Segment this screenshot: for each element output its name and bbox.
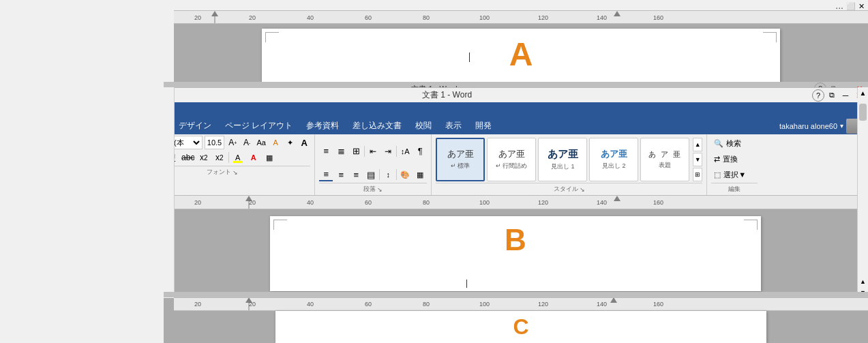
style-standard[interactable]: あア亜 ↵ 標準	[436, 138, 485, 181]
sort-btn[interactable]: ↕A	[398, 145, 412, 158]
sep4	[379, 169, 380, 180]
scrollbar-thumb-b[interactable]	[859, 104, 867, 121]
replace-label: 置換	[723, 154, 738, 164]
letter-c: C	[513, 314, 528, 340]
search-btn[interactable]: 🔍 検索	[711, 137, 758, 150]
menu-pagelayout[interactable]: ページ レイアウト	[218, 117, 299, 134]
strikethrough-btn[interactable]: abc	[181, 151, 195, 164]
select-btn[interactable]: ⬚ 選択▼	[711, 168, 758, 181]
editing-btns: 🔍 検索 ⇄ 置換 ⬚ 選択▼	[711, 136, 758, 183]
margin-tr-a	[763, 32, 777, 42]
menu-references[interactable]: 参考資料	[299, 117, 346, 134]
clear-format-btn[interactable]: ✦	[284, 136, 296, 149]
style-heading1[interactable]: あア亜 見出し 1	[538, 138, 587, 181]
menu-mailings[interactable]: 差し込み文書	[346, 117, 408, 134]
svg-text:60: 60	[365, 199, 372, 206]
style-heading2[interactable]: あア亜 見出し 2	[589, 138, 638, 181]
shading-btn[interactable]: 🎨	[398, 168, 412, 181]
styles-up-btn[interactable]: ▲	[693, 138, 702, 151]
ruler-b: 20 20 40 60 80 100 120 140 160	[174, 196, 857, 209]
align-right-btn[interactable]: ≡	[349, 168, 363, 181]
svg-text:120: 120	[538, 199, 548, 206]
paragraph-group: ≡ ≣ ⊞ ⇤ ⇥ ↕A ¶ ≡ ≡ ≡ ▤ ↕ 🎨 ▦	[315, 134, 432, 195]
style-compact-preview: あア亜	[498, 148, 525, 160]
doc-area-c: C	[174, 311, 868, 343]
align-center-btn[interactable]: ≡	[334, 168, 348, 181]
ruler-b-svg: 20 20 40 60 80 100 120 140 160	[174, 196, 857, 209]
numbered-list-btn[interactable]: ≣	[334, 145, 348, 158]
menu-review[interactable]: 校閲	[408, 117, 438, 134]
left-panel-b	[0, 87, 164, 297]
style-h2-preview: あア亜	[601, 148, 627, 160]
font-color-btn[interactable]: A	[247, 151, 260, 164]
font-size-display: 10.5	[205, 136, 224, 149]
menu-design[interactable]: デザイン	[172, 117, 218, 134]
svg-text:60: 60	[365, 14, 372, 21]
svg-rect-13	[174, 196, 857, 209]
svg-text:140: 140	[597, 199, 607, 206]
svg-text:20: 20	[194, 14, 201, 21]
multilevel-list-btn[interactable]: ⊞	[349, 145, 363, 158]
margin-tl-a	[265, 32, 279, 42]
para-row2: ≡ ≡ ≡ ▤ ↕ 🎨 ▦	[319, 168, 427, 181]
svg-text:80: 80	[423, 301, 430, 308]
styles-nav: ▲ ▼ ⊞	[693, 138, 702, 181]
cursor-b	[466, 280, 467, 288]
style-compact-label: ↵ 行間詰め	[496, 162, 528, 170]
scroll-up-arrow[interactable]: ▲	[858, 276, 868, 287]
search-icon: 🔍	[714, 139, 723, 148]
menu-dev[interactable]: 開発	[468, 117, 498, 134]
show-marks-btn[interactable]: ¶	[413, 145, 427, 158]
letter-b: B	[505, 223, 526, 257]
bullets-btn[interactable]: ≡	[319, 145, 333, 158]
replace-btn[interactable]: ⇄ 置換	[711, 153, 758, 166]
styles-down-btn[interactable]: ▼	[693, 153, 702, 166]
style-title[interactable]: あ ア 亜 表題	[640, 138, 689, 181]
decrease-font-btn[interactable]: A-	[241, 136, 253, 149]
align-left-btn[interactable]: ≡	[319, 168, 333, 181]
scrollbar-b[interactable]: ▲ ▼	[857, 102, 868, 298]
superscript-btn[interactable]: x2	[213, 151, 226, 164]
help-btn-b[interactable]: ?	[812, 89, 824, 102]
menu-view[interactable]: 表示	[438, 117, 468, 134]
margin-tr-b	[744, 220, 758, 230]
ruler-a: 20 20 40 60 80 100 120 140 160	[174, 10, 868, 24]
para-expand-icon[interactable]: ↘	[377, 186, 383, 193]
highlight-btn[interactable]: A	[269, 136, 282, 149]
border-btn[interactable]: ▦	[263, 151, 276, 164]
svg-rect-26	[174, 297, 868, 311]
font-expand-icon[interactable]: ↘	[233, 169, 238, 176]
editing-group-label: 編集	[711, 183, 758, 194]
justify-btn[interactable]: ▤	[364, 168, 378, 181]
user-name: takaharu alone60	[779, 122, 837, 130]
doc-area-a: A	[174, 24, 868, 87]
style-title-preview: あ ア 亜	[648, 149, 682, 160]
styles-expand-btn[interactable]: ⊞	[693, 168, 702, 181]
font-case-btn[interactable]: Aa	[255, 136, 267, 149]
user-dropdown-icon[interactable]: ▾	[840, 122, 843, 130]
ruler-c: 20 20 40 60 80 100 120 140 160	[174, 297, 868, 311]
font-A-btn[interactable]: A	[298, 136, 310, 149]
style-h1-label: 見出し 1	[551, 162, 575, 171]
increase-indent-btn[interactable]: ⇥	[381, 145, 395, 158]
ruler-c-svg: 20 20 40 60 80 100 120 140 160	[174, 297, 868, 311]
borders-btn[interactable]: ▦	[413, 168, 427, 181]
svg-text:100: 100	[479, 14, 490, 21]
svg-text:80: 80	[423, 199, 430, 206]
style-standard-label: ↵ 標準	[451, 162, 470, 170]
restore-btn-b[interactable]: ⧉	[826, 89, 838, 102]
styles-expand-icon[interactable]: ↘	[580, 186, 585, 193]
styles-group: あア亜 ↵ 標準 あア亜 ↵ 行間詰め あア亜 見出し 1 あア亜 見出し 2	[432, 134, 707, 195]
subscript-btn[interactable]: x2	[197, 151, 211, 164]
decrease-indent-btn[interactable]: ⇤	[366, 145, 380, 158]
svg-text:20: 20	[249, 301, 256, 308]
ribbon-scroll-up[interactable]: ▲	[857, 87, 868, 98]
select-label: 選択▼	[723, 170, 746, 180]
doc-page-b: B	[270, 216, 761, 291]
text-highlight-btn[interactable]: A	[231, 151, 245, 164]
line-spacing-btn[interactable]: ↕	[381, 168, 395, 181]
increase-font-btn[interactable]: A+	[226, 136, 239, 149]
minimize-btn-b[interactable]: ─	[839, 89, 852, 102]
editing-group: 🔍 検索 ⇄ 置換 ⬚ 選択▼ 編集	[707, 134, 762, 195]
style-compact[interactable]: あア亜 ↵ 行間詰め	[487, 138, 536, 181]
